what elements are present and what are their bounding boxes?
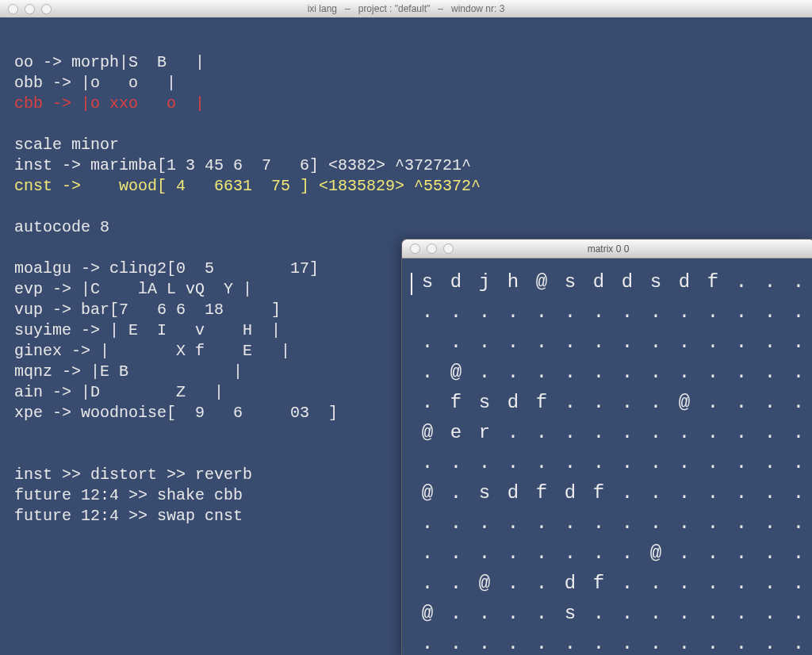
matrix-cell[interactable]: . [784, 633, 812, 654]
matrix-cell[interactable]: . [413, 573, 442, 594]
matrix-cell[interactable]: . [527, 542, 556, 564]
matrix-cell[interactable]: . [442, 542, 470, 564]
matrix-cell[interactable]: . [756, 392, 784, 413]
matrix-cell[interactable]: . [784, 271, 812, 293]
matrix-cell[interactable]: f [527, 392, 556, 413]
matrix-cell[interactable]: . [499, 542, 527, 564]
matrix-cell[interactable]: h [499, 271, 527, 293]
matrix-cell[interactable]: . [699, 633, 727, 654]
matrix-cell[interactable]: . [556, 392, 584, 413]
matrix-cell[interactable]: . [499, 633, 527, 654]
matrix-titlebar[interactable]: matrix 0 0 [402, 239, 812, 259]
matrix-cell[interactable]: . [727, 301, 756, 323]
matrix-cell[interactable]: f [584, 482, 613, 504]
matrix-cell[interactable]: . [699, 542, 727, 564]
matrix-cell[interactable]: . [613, 512, 642, 534]
matrix-cell[interactable]: . [642, 573, 670, 594]
matrix-window[interactable]: matrix 0 0 sdjh@sddsdf..................… [401, 239, 812, 655]
matrix-cell[interactable]: . [413, 542, 442, 564]
matrix-cell[interactable]: . [584, 452, 613, 473]
matrix-cell[interactable]: . [556, 422, 584, 443]
matrix-cell[interactable]: . [442, 633, 470, 654]
matrix-cell[interactable]: . [727, 331, 756, 353]
matrix-cell[interactable]: . [642, 422, 670, 443]
matrix-cell[interactable]: . [613, 422, 642, 443]
matrix-cell[interactable]: . [642, 633, 670, 654]
matrix-cell[interactable]: . [727, 362, 756, 383]
matrix-cell[interactable]: . [527, 573, 556, 594]
matrix-cell[interactable]: . [556, 301, 584, 323]
matrix-cell[interactable]: . [584, 362, 613, 383]
matrix-cell[interactable]: . [527, 603, 556, 624]
matrix-cell[interactable]: . [756, 331, 784, 353]
matrix-cell[interactable]: . [784, 392, 812, 413]
matrix-cell[interactable]: . [784, 331, 812, 353]
matrix-cell[interactable]: . [613, 633, 642, 654]
matrix-cell[interactable]: . [727, 392, 756, 413]
matrix-cell[interactable]: . [527, 362, 556, 383]
matrix-cell[interactable]: d [584, 271, 613, 293]
matrix-cell[interactable]: . [642, 452, 670, 473]
matrix-minimize-icon[interactable] [427, 243, 437, 254]
matrix-cell[interactable]: d [499, 392, 527, 413]
matrix-cell[interactable]: s [470, 392, 499, 413]
matrix-cell[interactable]: . [413, 452, 442, 473]
matrix-cell[interactable]: . [670, 603, 699, 624]
matrix-cell[interactable]: f [442, 392, 470, 413]
matrix-cell[interactable]: . [670, 362, 699, 383]
matrix-cell[interactable]: . [642, 362, 670, 383]
matrix-cell[interactable]: . [642, 331, 670, 353]
matrix-cell[interactable]: . [499, 573, 527, 594]
matrix-cell[interactable]: f [699, 271, 727, 293]
matrix-cell[interactable]: . [670, 301, 699, 323]
code-line[interactable] [14, 197, 812, 217]
matrix-cell[interactable]: d [613, 271, 642, 293]
matrix-cell[interactable]: . [527, 301, 556, 323]
code-line[interactable] [14, 114, 812, 135]
matrix-cell[interactable]: . [470, 331, 499, 353]
matrix-cell[interactable]: . [756, 573, 784, 594]
matrix-cell[interactable]: d [556, 573, 584, 594]
matrix-cell[interactable]: . [556, 452, 584, 473]
matrix-cell[interactable]: . [413, 362, 442, 383]
matrix-cell[interactable]: . [527, 331, 556, 353]
matrix-cell[interactable]: . [784, 603, 812, 624]
matrix-cell[interactable]: @ [413, 482, 442, 504]
matrix-cell[interactable]: . [670, 573, 699, 594]
matrix-cell[interactable]: . [584, 542, 613, 564]
matrix-cell[interactable]: s [556, 603, 584, 624]
code-line[interactable]: cbb -> |o xxo o | [14, 94, 812, 114]
matrix-cell[interactable]: . [584, 301, 613, 323]
matrix-cell[interactable]: . [642, 482, 670, 504]
matrix-cell[interactable]: . [699, 362, 727, 383]
matrix-cell[interactable]: . [756, 301, 784, 323]
code-line[interactable]: oo -> morph|S B | [14, 52, 812, 73]
matrix-cell[interactable]: . [699, 331, 727, 353]
matrix-cell[interactable]: . [442, 331, 470, 353]
matrix-cell[interactable]: . [613, 452, 642, 473]
matrix-cell[interactable]: . [499, 452, 527, 473]
matrix-cell[interactable]: . [556, 512, 584, 534]
matrix-cell[interactable]: s [413, 271, 442, 293]
matrix-cell[interactable]: . [670, 422, 699, 443]
matrix-cell[interactable]: @ [442, 362, 470, 383]
matrix-cell[interactable]: . [470, 633, 499, 654]
matrix-cell[interactable]: . [499, 512, 527, 534]
matrix-cell[interactable]: . [699, 603, 727, 624]
matrix-cell[interactable]: . [442, 482, 470, 504]
matrix-cell[interactable]: . [556, 542, 584, 564]
zoom-icon[interactable] [41, 4, 52, 14]
matrix-cell[interactable]: . [470, 362, 499, 383]
matrix-cell[interactable]: . [584, 633, 613, 654]
matrix-cell[interactable]: . [642, 392, 670, 413]
matrix-cell[interactable]: . [642, 301, 670, 323]
matrix-cell[interactable]: . [413, 633, 442, 654]
matrix-cell[interactable]: . [642, 603, 670, 624]
matrix-cell[interactable]: . [784, 362, 812, 383]
matrix-cell[interactable]: . [670, 482, 699, 504]
matrix-cell[interactable]: . [470, 512, 499, 534]
matrix-cell[interactable]: @ [413, 422, 442, 443]
matrix-cell[interactable]: . [613, 331, 642, 353]
matrix-cell[interactable]: . [613, 482, 642, 504]
matrix-grid[interactable]: sdjh@sddsdf.............................… [402, 259, 812, 655]
